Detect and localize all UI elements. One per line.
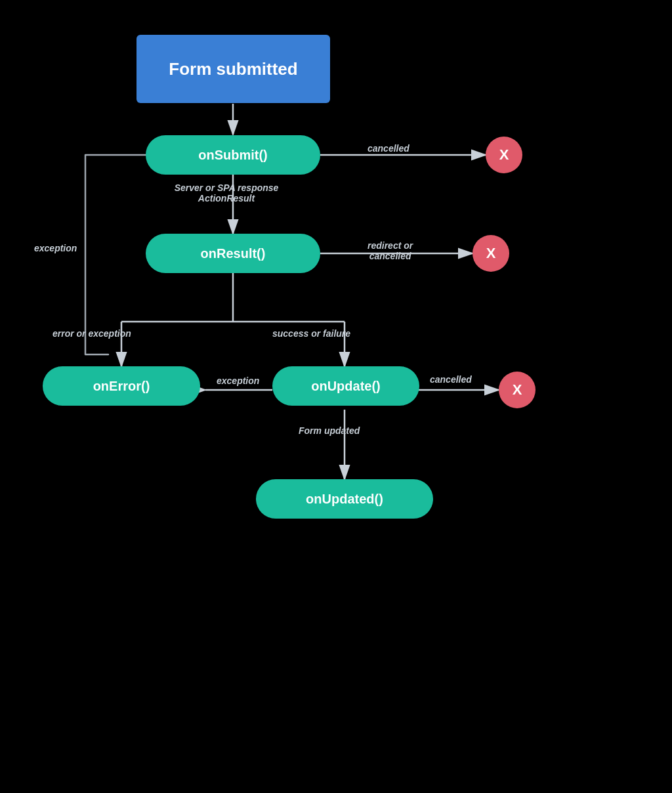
error-or-exception-label: error or exception — [52, 328, 131, 339]
cancel-node-3: X — [499, 372, 536, 408]
cancelled-1-label: cancelled — [368, 143, 410, 154]
form-submitted-label: Form submitted — [169, 59, 297, 79]
redirect-cancelled-label: redirect or cancelled — [368, 240, 413, 261]
exception-label: exception — [34, 243, 77, 253]
on-error-node: onError() — [43, 366, 200, 406]
form-updated-label: Form updated — [299, 425, 360, 436]
server-spa-label: Server or SPA response ActionResult — [161, 182, 292, 204]
form-submitted-node: Form submitted — [136, 35, 330, 103]
cancel-node-1: X — [486, 137, 522, 173]
on-result-node: onResult() — [146, 234, 320, 273]
diagram-container: Form submitted onSubmit() X onResult() X… — [0, 0, 672, 793]
cancel-3-label: X — [513, 381, 522, 398]
success-or-failure-label: success or failure — [272, 328, 350, 339]
on-update-node: onUpdate() — [272, 366, 419, 406]
exception-2-label: exception — [217, 375, 259, 386]
on-submit-label: onSubmit() — [198, 148, 268, 163]
on-updated-node: onUpdated() — [256, 479, 433, 519]
on-updated-label: onUpdated() — [306, 492, 383, 507]
on-update-label: onUpdate() — [311, 379, 381, 394]
cancelled-3-label: cancelled — [430, 374, 472, 385]
on-submit-node: onSubmit() — [146, 135, 320, 175]
on-result-label: onResult() — [201, 246, 266, 261]
cancel-node-2: X — [472, 235, 509, 272]
cancel-2-label: X — [486, 245, 496, 262]
on-error-label: onError() — [93, 379, 150, 394]
cancel-1-label: X — [499, 146, 509, 163]
